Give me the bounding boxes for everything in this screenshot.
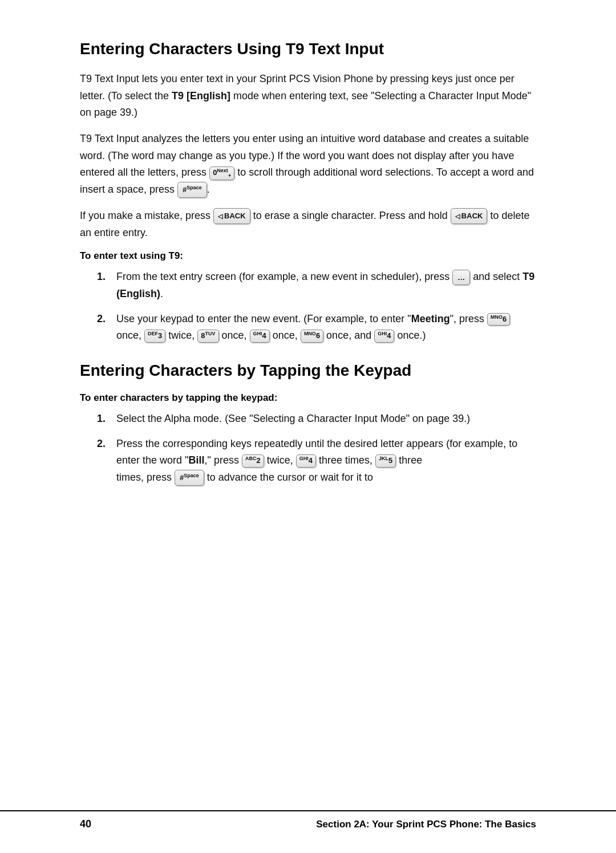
key-back-1: BACK [213, 208, 250, 224]
section1-para1: T9 Text Input lets you enter text in you… [80, 71, 536, 121]
list-item-s2-2: 2. Press the corresponding keys repeated… [97, 436, 536, 486]
key-menu: … [452, 270, 470, 285]
section1-list: 1. From the text entry screen (for examp… [97, 269, 536, 344]
footer-page-number: 40 [80, 818, 91, 830]
page-container: Entering Characters Using T9 Text Input … [0, 0, 616, 853]
list-item-1: 1. From the text entry screen (for examp… [97, 269, 536, 302]
list-content-s2-2: Press the corresponding keys repeatedly … [116, 436, 536, 486]
list-number-s2-2: 2. [97, 436, 113, 453]
list-content-s2-1: Select the Alpha mode. (See "Selecting a… [116, 411, 536, 428]
key-6mno-1: MNO6 [487, 313, 510, 326]
list-number-s2-1: 1. [97, 411, 113, 428]
footer-section-label: Section 2A: Your Sprint PCS Phone: The B… [316, 819, 536, 830]
key-4ghi-bill: GHI4 [296, 454, 316, 467]
key-5jkl: JKL5 [375, 454, 396, 467]
key-4ghi-1: GHI4 [250, 330, 270, 342]
key-space-bill: #Space [175, 470, 204, 486]
list-item-s2-1: 1. Select the Alpha mode. (See "Selectin… [97, 411, 536, 428]
footer: 40 Section 2A: Your Sprint PCS Phone: Th… [0, 810, 616, 830]
list-number-1: 1. [97, 269, 113, 286]
key-6mno-2: MNO6 [301, 330, 323, 342]
list-content-2: Use your keypad to enter the new event. … [116, 311, 536, 344]
section2-bold-label: To enter characters by tapping the keypa… [80, 392, 536, 404]
key-space-hash: #Space [177, 182, 207, 198]
section1-para2: T9 Text Input analyzes the letters you e… [80, 131, 536, 198]
key-3def: DEF3 [144, 330, 165, 342]
key-back-2: BACK [451, 208, 488, 224]
key-4ghi-2: GHI4 [374, 330, 394, 342]
section1-bold-label: To enter text using T9: [80, 250, 536, 262]
section2-list: 1. Select the Alpha mode. (See "Selectin… [97, 411, 536, 486]
list-content-1: From the text entry screen (for example,… [116, 269, 536, 302]
section1-para3: If you make a mistake, press BACK to era… [80, 208, 536, 241]
key-2abc: ABC2 [242, 454, 264, 467]
section1-title: Entering Characters Using T9 Text Input [80, 40, 536, 58]
list-number-2: 2. [97, 311, 113, 328]
key-8tuv: 8TUV [197, 330, 218, 342]
section2-title: Entering Characters by Tapping the Keypa… [80, 361, 536, 380]
list-item-2: 2. Use your keypad to enter the new even… [97, 311, 536, 344]
key-0next: 0Next+ [209, 166, 234, 180]
